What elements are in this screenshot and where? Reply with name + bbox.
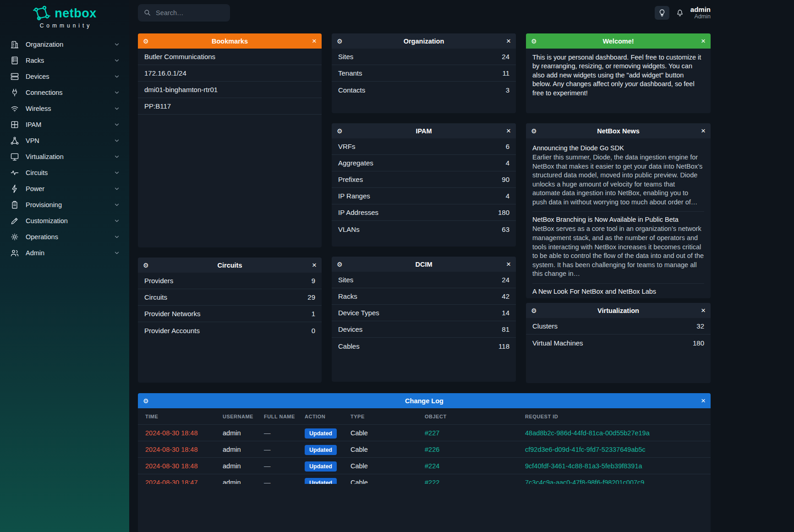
sidebar-item-ipam[interactable]: IPAM <box>0 116 129 132</box>
stat-value[interactable]: 29 <box>307 293 315 301</box>
news-article-title[interactable]: A New Look For NetBox and NetBox Labs <box>532 288 704 295</box>
sidebar-item-vpn[interactable]: VPN <box>0 132 129 148</box>
object-link[interactable]: #224 <box>425 462 525 470</box>
sidebar-item-customization[interactable]: Customization <box>0 213 129 229</box>
gear-icon[interactable]: ⚙ <box>143 398 149 404</box>
stat-value[interactable]: 180 <box>498 208 509 216</box>
bell-icon[interactable] <box>676 9 684 17</box>
stat-value[interactable]: 0 <box>312 327 315 335</box>
stat-label[interactable]: Aggregates <box>338 159 373 167</box>
object-link[interactable]: #226 <box>425 446 525 453</box>
sidebar-item-connections[interactable]: Connections <box>0 84 129 100</box>
stat-label[interactable]: Clusters <box>532 322 558 330</box>
gear-icon[interactable]: ⚙ <box>531 38 537 44</box>
time-link[interactable]: 2024-08-30 18:48 <box>145 429 223 437</box>
stat-label[interactable]: Racks <box>338 292 357 300</box>
bookmark-link[interactable]: dmi01-binghamton-rtr01 <box>138 82 322 98</box>
close-icon[interactable]: × <box>701 127 706 135</box>
stat-value[interactable]: 1 <box>312 310 315 318</box>
gear-icon[interactable]: ⚙ <box>531 128 537 134</box>
stat-label[interactable]: Devices <box>338 325 362 333</box>
bookmark-link[interactable]: PP:B117 <box>138 98 322 115</box>
gear-icon[interactable]: ⚙ <box>337 261 343 268</box>
stat-value[interactable]: 118 <box>498 342 509 350</box>
stat-value[interactable]: 14 <box>502 309 509 317</box>
stat-value[interactable]: 24 <box>502 276 509 284</box>
time-link[interactable]: 2024-08-30 18:48 <box>145 462 223 470</box>
sidebar-item-devices[interactable]: Devices <box>0 68 129 84</box>
news-article-title[interactable]: NetBox Branching is Now Available in Pub… <box>532 216 704 223</box>
stat-label[interactable]: Sites <box>338 53 353 60</box>
request-id-link[interactable]: cf92d3e6-d09d-41fc-9fd7-52337649ab5c <box>525 446 703 453</box>
changelog-rows: 2024-08-30 18:48 admin — Updated Cable #… <box>138 424 711 484</box>
user-menu[interactable]: admin Admin <box>690 5 711 20</box>
close-icon[interactable]: × <box>506 127 511 135</box>
stat-label[interactable]: Contacts <box>338 86 365 94</box>
brand[interactable]: netbox Community <box>0 5 129 29</box>
object-link[interactable]: #222 <box>425 479 525 484</box>
stat-label[interactable]: Provider Networks <box>144 310 201 318</box>
close-icon[interactable]: × <box>312 261 317 269</box>
dcim-widget: ⚙ DCIM × Sites 24 Racks 42 <box>332 257 516 382</box>
stat-label[interactable]: Providers <box>144 277 173 285</box>
sidebar-item-admin[interactable]: Admin <box>0 245 129 261</box>
sidebar-item-wireless[interactable]: Wireless <box>0 100 129 116</box>
stat-value[interactable]: 4 <box>506 192 509 200</box>
stat-value[interactable]: 3 <box>506 86 509 94</box>
stat-label[interactable]: VRFs <box>338 143 356 150</box>
sidebar-item-power[interactable]: Power <box>0 181 129 197</box>
close-icon[interactable]: × <box>701 37 706 45</box>
sidebar-item-operations[interactable]: Operations <box>0 229 129 245</box>
object-link[interactable]: #227 <box>425 429 525 437</box>
time-link[interactable]: 2024-08-30 18:48 <box>145 446 223 453</box>
stat-value[interactable]: 9 <box>312 277 315 285</box>
stat-label[interactable]: IP Ranges <box>338 192 370 200</box>
gear-icon[interactable]: ⚙ <box>143 262 149 269</box>
stat-value[interactable]: 42 <box>502 292 509 300</box>
close-icon[interactable]: × <box>312 37 317 45</box>
gear-icon[interactable]: ⚙ <box>337 38 343 44</box>
request-id-link[interactable]: 9cf40fdf-3461-4c88-81a3-5feb39f8391a <box>525 462 703 470</box>
stat-label[interactable]: Device Types <box>338 309 379 317</box>
close-icon[interactable]: × <box>701 307 706 314</box>
close-icon[interactable]: × <box>506 37 511 45</box>
stat-label[interactable]: IP Addresses <box>338 208 378 216</box>
stat-value[interactable]: 4 <box>506 159 509 167</box>
stat-value[interactable]: 24 <box>502 53 509 60</box>
stat-value[interactable]: 11 <box>502 69 509 77</box>
stat-label[interactable]: Provider Accounts <box>144 327 200 335</box>
stat-value[interactable]: 90 <box>502 176 509 183</box>
stat-label[interactable]: Circuits <box>144 293 167 301</box>
stat-value[interactable]: 32 <box>696 322 704 330</box>
bookmark-link[interactable]: Butler Communications <box>138 49 322 65</box>
bookmark-link[interactable]: 172.16.0.1/24 <box>138 65 322 82</box>
close-icon[interactable]: × <box>506 260 511 268</box>
theme-toggle-button[interactable] <box>655 6 669 20</box>
stat-value[interactable]: 6 <box>506 143 509 150</box>
sidebar-item-organization[interactable]: Organization <box>0 36 129 52</box>
news-article-title[interactable]: Announcing the Diode Go SDK <box>532 144 704 152</box>
stat-label[interactable]: Tenants <box>338 69 362 77</box>
time-link[interactable]: 2024-08-30 18:47 <box>145 479 223 484</box>
request-id-link[interactable]: 7c3c4c9a-aac0-47f8-98f6-f98201c007c9 <box>525 479 703 484</box>
sidebar-item-racks[interactable]: Racks <box>0 52 129 68</box>
close-icon[interactable]: × <box>701 397 706 405</box>
search-input[interactable] <box>156 9 220 16</box>
sidebar-item-circuits[interactable]: Circuits <box>0 165 129 181</box>
stat-value[interactable]: 180 <box>693 339 704 347</box>
fullname-cell: — <box>264 479 305 484</box>
sidebar-item-virtualization[interactable]: Virtualization <box>0 148 129 165</box>
gear-icon[interactable]: ⚙ <box>531 307 537 314</box>
gear-icon[interactable]: ⚙ <box>143 38 149 44</box>
stat-label[interactable]: Sites <box>338 276 353 284</box>
request-id-link[interactable]: 48ad8b2c-986d-44fd-81ca-00d55b27e19a <box>525 429 703 437</box>
stat-label[interactable]: Cables <box>338 342 360 350</box>
sidebar-item-provisioning[interactable]: Provisioning <box>0 197 129 213</box>
gear-icon[interactable]: ⚙ <box>337 128 343 134</box>
stat-label[interactable]: Prefixes <box>338 176 363 183</box>
stat-label[interactable]: Virtual Machines <box>532 339 583 347</box>
stat-label[interactable]: VLANs <box>338 225 360 233</box>
search-box[interactable] <box>138 4 230 22</box>
stat-value[interactable]: 81 <box>502 325 509 333</box>
stat-value[interactable]: 63 <box>502 225 509 233</box>
